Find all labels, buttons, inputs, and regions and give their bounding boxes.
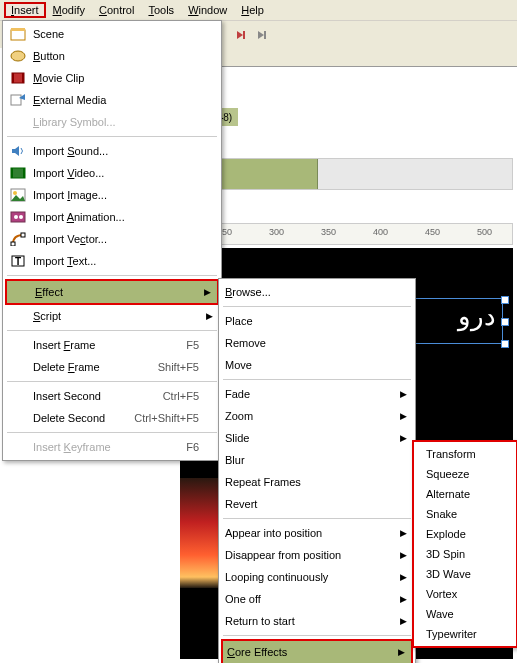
- menu-item-label: Appear into position: [225, 527, 393, 539]
- menu-item-wave[interactable]: Wave: [416, 604, 514, 624]
- menu-item-3d-wave[interactable]: 3D Wave: [416, 564, 514, 584]
- timeline-ruler[interactable]: [200, 48, 517, 67]
- menu-modify[interactable]: Modify: [46, 2, 92, 18]
- submenu-arrow-icon: ▶: [398, 647, 405, 657]
- menu-item-label: Fade: [225, 388, 393, 400]
- anim-icon: [9, 209, 27, 225]
- timeline-clip[interactable]: [217, 159, 318, 189]
- menu-item-label: Transform: [426, 448, 504, 460]
- insert-menu: SceneButtonMovie ClipExternal MediaLibra…: [2, 20, 222, 461]
- menu-item-repeat-frames[interactable]: Repeat Frames: [221, 471, 413, 493]
- menu-item-place[interactable]: Place: [221, 310, 413, 332]
- menu-shortcut: F5: [186, 339, 199, 351]
- vector-icon: [9, 231, 27, 247]
- menu-item-explode[interactable]: Explode: [416, 524, 514, 544]
- menu-divider: [7, 330, 217, 331]
- svg-rect-12: [12, 73, 14, 83]
- blank-icon: [9, 410, 27, 426]
- last-icon[interactable]: [253, 26, 271, 44]
- menu-item-insert-keyframe: Insert KeyframeF6: [5, 436, 219, 458]
- menu-tools[interactable]: Tools: [141, 2, 181, 18]
- menu-item-import-vector[interactable]: Import Vector...: [5, 228, 219, 250]
- ruler-tick: 500: [477, 227, 492, 237]
- selection-handle[interactable]: [501, 318, 509, 326]
- menu-item-label: Import Image...: [33, 189, 199, 201]
- menu-divider: [7, 432, 217, 433]
- menu-divider: [7, 136, 217, 137]
- menu-item-transform[interactable]: Transform: [416, 444, 514, 464]
- menu-item-core-effects[interactable]: Core Effects▶: [221, 639, 413, 663]
- menu-item-vortex[interactable]: Vortex: [416, 584, 514, 604]
- svg-point-21: [14, 215, 18, 219]
- menu-insert[interactable]: Insert: [4, 2, 46, 18]
- menu-item-slide[interactable]: Slide▶: [221, 427, 413, 449]
- menu-item-scene[interactable]: Scene: [5, 23, 219, 45]
- selection-handle[interactable]: [501, 340, 509, 348]
- svg-rect-14: [11, 95, 21, 105]
- menu-item-label: Snake: [426, 508, 504, 520]
- menu-control[interactable]: Control: [92, 2, 141, 18]
- menu-item-import-video[interactable]: Import Video...: [5, 162, 219, 184]
- menu-item-library-symbol: Library Symbol...: [5, 111, 219, 133]
- menu-item-label: Delete Second: [33, 412, 114, 424]
- menu-item-insert-second[interactable]: Insert SecondCtrl+F5: [5, 385, 219, 407]
- next-icon[interactable]: [231, 26, 249, 44]
- menu-item-external-media[interactable]: External Media: [5, 89, 219, 111]
- menu-item-3d-spin[interactable]: 3D Spin: [416, 544, 514, 564]
- svg-point-10: [11, 51, 25, 61]
- menu-item-effect[interactable]: Effect▶: [5, 279, 219, 305]
- menu-item-revert[interactable]: Revert: [221, 493, 413, 515]
- menu-item-import-image[interactable]: Import Image...: [5, 184, 219, 206]
- menu-item-return-to-start[interactable]: Return to start▶: [221, 610, 413, 632]
- menu-item-remove[interactable]: Remove: [221, 332, 413, 354]
- menu-item-looping-continuously[interactable]: Looping continuously▶: [221, 566, 413, 588]
- menu-help[interactable]: Help: [234, 2, 271, 18]
- core-effects-submenu: TransformSqueezeAlternateSnakeExplode3D …: [412, 440, 517, 648]
- menu-item-insert-frame[interactable]: Insert FrameF5: [5, 334, 219, 356]
- menu-item-label: Wave: [426, 608, 504, 620]
- menu-divider: [7, 381, 217, 382]
- scene-icon: [9, 26, 27, 42]
- text-icon: T: [9, 253, 27, 269]
- timeline-track[interactable]: [216, 158, 513, 190]
- menu-item-typewriter[interactable]: Typewriter: [416, 624, 514, 644]
- menu-item-appear-into-position[interactable]: Appear into position▶: [221, 522, 413, 544]
- menu-item-blur[interactable]: Blur: [221, 449, 413, 471]
- menu-item-import-text[interactable]: TImport Text...: [5, 250, 219, 272]
- menu-item-squeeze[interactable]: Squeeze: [416, 464, 514, 484]
- menu-item-move[interactable]: Move: [221, 354, 413, 376]
- submenu-arrow-icon: ▶: [400, 594, 407, 604]
- menu-item-label: Alternate: [426, 488, 504, 500]
- selection-handle[interactable]: [501, 296, 509, 304]
- image-icon: [9, 187, 27, 203]
- menu-item-movie-clip[interactable]: Movie Clip: [5, 67, 219, 89]
- menu-item-browse[interactable]: Browse...: [221, 281, 413, 303]
- menu-item-label: Blur: [225, 454, 393, 466]
- svg-rect-16: [11, 168, 13, 178]
- menu-item-disappear-from-position[interactable]: Disappear from position▶: [221, 544, 413, 566]
- menu-item-fade[interactable]: Fade▶: [221, 383, 413, 405]
- menu-window[interactable]: Window: [181, 2, 234, 18]
- menu-item-label: Button: [33, 50, 199, 62]
- menu-item-one-off[interactable]: One off▶: [221, 588, 413, 610]
- menu-item-button[interactable]: Button: [5, 45, 219, 67]
- menu-item-snake[interactable]: Snake: [416, 504, 514, 524]
- frame-ruler[interactable]: 250300350400450500: [216, 223, 513, 245]
- blank-icon: [9, 114, 27, 130]
- menu-item-import-animation[interactable]: Import Animation...: [5, 206, 219, 228]
- svg-rect-6: [243, 31, 245, 39]
- menu-item-zoom[interactable]: Zoom▶: [221, 405, 413, 427]
- menu-item-delete-frame[interactable]: Delete FrameShift+F5: [5, 356, 219, 378]
- menu-item-label: Scene: [33, 28, 199, 40]
- menu-item-label: Explode: [426, 528, 504, 540]
- menu-item-script[interactable]: Script▶: [5, 305, 219, 327]
- blank-icon: [11, 284, 29, 300]
- menu-item-label: Return to start: [225, 615, 393, 627]
- submenu-arrow-icon: ▶: [400, 572, 407, 582]
- menu-item-label: Looping continuously: [225, 571, 393, 583]
- menu-item-delete-second[interactable]: Delete SecondCtrl+Shift+F5: [5, 407, 219, 429]
- video-icon: [9, 165, 27, 181]
- menu-item-import-sound[interactable]: Import Sound...: [5, 140, 219, 162]
- menu-item-alternate[interactable]: Alternate: [416, 484, 514, 504]
- svg-rect-9: [11, 28, 25, 31]
